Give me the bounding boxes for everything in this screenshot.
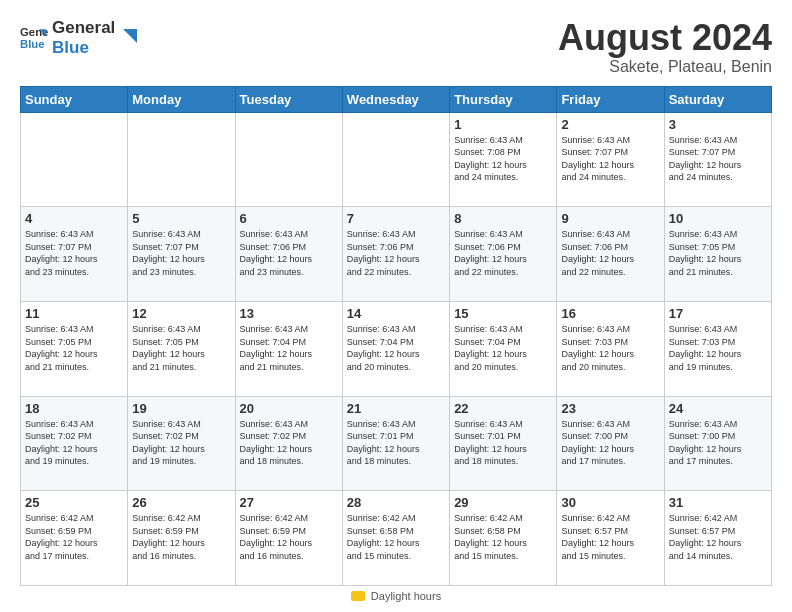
calendar-cell: 14Sunrise: 6:43 AM Sunset: 7:04 PM Dayli… xyxy=(342,301,449,396)
logo-line2: Blue xyxy=(52,38,115,58)
calendar-cell: 3Sunrise: 6:43 AM Sunset: 7:07 PM Daylig… xyxy=(664,112,771,207)
day-number: 8 xyxy=(454,211,552,226)
calendar-week-row: 4Sunrise: 6:43 AM Sunset: 7:07 PM Daylig… xyxy=(21,207,772,302)
day-number: 20 xyxy=(240,401,338,416)
day-info: Sunrise: 6:43 AM Sunset: 7:07 PM Dayligh… xyxy=(25,228,123,278)
calendar-cell: 1Sunrise: 6:43 AM Sunset: 7:08 PM Daylig… xyxy=(450,112,557,207)
calendar-week-row: 11Sunrise: 6:43 AM Sunset: 7:05 PM Dayli… xyxy=(21,301,772,396)
main-title: August 2024 xyxy=(558,18,772,58)
day-info: Sunrise: 6:43 AM Sunset: 7:07 PM Dayligh… xyxy=(561,134,659,184)
calendar-cell xyxy=(21,112,128,207)
day-info: Sunrise: 6:43 AM Sunset: 7:05 PM Dayligh… xyxy=(132,323,230,373)
calendar-cell: 11Sunrise: 6:43 AM Sunset: 7:05 PM Dayli… xyxy=(21,301,128,396)
calendar-week-row: 18Sunrise: 6:43 AM Sunset: 7:02 PM Dayli… xyxy=(21,396,772,491)
calendar-table: SundayMondayTuesdayWednesdayThursdayFrid… xyxy=(20,86,772,586)
day-number: 18 xyxy=(25,401,123,416)
day-number: 15 xyxy=(454,306,552,321)
day-info: Sunrise: 6:43 AM Sunset: 7:06 PM Dayligh… xyxy=(240,228,338,278)
weekday-header-friday: Friday xyxy=(557,86,664,112)
calendar-cell: 18Sunrise: 6:43 AM Sunset: 7:02 PM Dayli… xyxy=(21,396,128,491)
day-number: 17 xyxy=(669,306,767,321)
day-info: Sunrise: 6:43 AM Sunset: 7:05 PM Dayligh… xyxy=(25,323,123,373)
weekday-header-thursday: Thursday xyxy=(450,86,557,112)
day-info: Sunrise: 6:43 AM Sunset: 7:02 PM Dayligh… xyxy=(25,418,123,468)
day-number: 24 xyxy=(669,401,767,416)
day-info: Sunrise: 6:43 AM Sunset: 7:07 PM Dayligh… xyxy=(132,228,230,278)
calendar-cell: 25Sunrise: 6:42 AM Sunset: 6:59 PM Dayli… xyxy=(21,491,128,586)
day-number: 29 xyxy=(454,495,552,510)
weekday-header-row: SundayMondayTuesdayWednesdayThursdayFrid… xyxy=(21,86,772,112)
calendar-cell: 12Sunrise: 6:43 AM Sunset: 7:05 PM Dayli… xyxy=(128,301,235,396)
subtitle: Sakete, Plateau, Benin xyxy=(558,58,772,76)
day-number: 25 xyxy=(25,495,123,510)
day-info: Sunrise: 6:42 AM Sunset: 6:57 PM Dayligh… xyxy=(561,512,659,562)
calendar-cell xyxy=(128,112,235,207)
logo-icon: General Blue xyxy=(20,24,48,52)
day-info: Sunrise: 6:43 AM Sunset: 7:03 PM Dayligh… xyxy=(669,323,767,373)
day-info: Sunrise: 6:43 AM Sunset: 7:00 PM Dayligh… xyxy=(561,418,659,468)
day-number: 6 xyxy=(240,211,338,226)
day-number: 26 xyxy=(132,495,230,510)
day-info: Sunrise: 6:43 AM Sunset: 7:05 PM Dayligh… xyxy=(669,228,767,278)
weekday-header-tuesday: Tuesday xyxy=(235,86,342,112)
calendar-cell: 23Sunrise: 6:43 AM Sunset: 7:00 PM Dayli… xyxy=(557,396,664,491)
calendar-cell: 13Sunrise: 6:43 AM Sunset: 7:04 PM Dayli… xyxy=(235,301,342,396)
calendar-cell: 19Sunrise: 6:43 AM Sunset: 7:02 PM Dayli… xyxy=(128,396,235,491)
svg-text:Blue: Blue xyxy=(20,37,45,49)
day-number: 19 xyxy=(132,401,230,416)
svg-marker-3 xyxy=(123,29,137,43)
weekday-header-monday: Monday xyxy=(128,86,235,112)
calendar-cell: 10Sunrise: 6:43 AM Sunset: 7:05 PM Dayli… xyxy=(664,207,771,302)
day-info: Sunrise: 6:43 AM Sunset: 7:01 PM Dayligh… xyxy=(454,418,552,468)
calendar-week-row: 1Sunrise: 6:43 AM Sunset: 7:08 PM Daylig… xyxy=(21,112,772,207)
calendar-cell: 21Sunrise: 6:43 AM Sunset: 7:01 PM Dayli… xyxy=(342,396,449,491)
weekday-header-wednesday: Wednesday xyxy=(342,86,449,112)
day-info: Sunrise: 6:43 AM Sunset: 7:04 PM Dayligh… xyxy=(347,323,445,373)
calendar-cell: 4Sunrise: 6:43 AM Sunset: 7:07 PM Daylig… xyxy=(21,207,128,302)
day-info: Sunrise: 6:43 AM Sunset: 7:02 PM Dayligh… xyxy=(240,418,338,468)
calendar-cell: 22Sunrise: 6:43 AM Sunset: 7:01 PM Dayli… xyxy=(450,396,557,491)
day-info: Sunrise: 6:43 AM Sunset: 7:06 PM Dayligh… xyxy=(347,228,445,278)
day-number: 14 xyxy=(347,306,445,321)
day-number: 5 xyxy=(132,211,230,226)
calendar-cell: 29Sunrise: 6:42 AM Sunset: 6:58 PM Dayli… xyxy=(450,491,557,586)
calendar-cell: 6Sunrise: 6:43 AM Sunset: 7:06 PM Daylig… xyxy=(235,207,342,302)
calendar-week-row: 25Sunrise: 6:42 AM Sunset: 6:59 PM Dayli… xyxy=(21,491,772,586)
calendar-cell: 7Sunrise: 6:43 AM Sunset: 7:06 PM Daylig… xyxy=(342,207,449,302)
day-number: 7 xyxy=(347,211,445,226)
day-info: Sunrise: 6:43 AM Sunset: 7:01 PM Dayligh… xyxy=(347,418,445,468)
day-number: 10 xyxy=(669,211,767,226)
calendar-cell: 16Sunrise: 6:43 AM Sunset: 7:03 PM Dayli… xyxy=(557,301,664,396)
calendar-cell: 28Sunrise: 6:42 AM Sunset: 6:58 PM Dayli… xyxy=(342,491,449,586)
day-info: Sunrise: 6:43 AM Sunset: 7:04 PM Dayligh… xyxy=(240,323,338,373)
day-number: 21 xyxy=(347,401,445,416)
calendar-cell: 9Sunrise: 6:43 AM Sunset: 7:06 PM Daylig… xyxy=(557,207,664,302)
day-info: Sunrise: 6:42 AM Sunset: 6:57 PM Dayligh… xyxy=(669,512,767,562)
calendar-cell: 31Sunrise: 6:42 AM Sunset: 6:57 PM Dayli… xyxy=(664,491,771,586)
day-number: 22 xyxy=(454,401,552,416)
logo: General Blue General Blue xyxy=(20,18,137,57)
calendar-cell: 15Sunrise: 6:43 AM Sunset: 7:04 PM Dayli… xyxy=(450,301,557,396)
day-info: Sunrise: 6:43 AM Sunset: 7:00 PM Dayligh… xyxy=(669,418,767,468)
day-number: 4 xyxy=(25,211,123,226)
day-number: 11 xyxy=(25,306,123,321)
day-info: Sunrise: 6:43 AM Sunset: 7:06 PM Dayligh… xyxy=(561,228,659,278)
calendar-cell: 2Sunrise: 6:43 AM Sunset: 7:07 PM Daylig… xyxy=(557,112,664,207)
day-info: Sunrise: 6:43 AM Sunset: 7:08 PM Dayligh… xyxy=(454,134,552,184)
day-number: 3 xyxy=(669,117,767,132)
day-number: 28 xyxy=(347,495,445,510)
calendar-cell: 8Sunrise: 6:43 AM Sunset: 7:06 PM Daylig… xyxy=(450,207,557,302)
day-info: Sunrise: 6:43 AM Sunset: 7:04 PM Dayligh… xyxy=(454,323,552,373)
calendar-cell: 27Sunrise: 6:42 AM Sunset: 6:59 PM Dayli… xyxy=(235,491,342,586)
footer: Daylight hours xyxy=(20,586,772,602)
day-info: Sunrise: 6:42 AM Sunset: 6:59 PM Dayligh… xyxy=(240,512,338,562)
day-number: 27 xyxy=(240,495,338,510)
arrow-icon xyxy=(119,29,137,47)
day-number: 30 xyxy=(561,495,659,510)
day-number: 23 xyxy=(561,401,659,416)
calendar-cell: 30Sunrise: 6:42 AM Sunset: 6:57 PM Dayli… xyxy=(557,491,664,586)
day-info: Sunrise: 6:42 AM Sunset: 6:58 PM Dayligh… xyxy=(347,512,445,562)
day-info: Sunrise: 6:42 AM Sunset: 6:59 PM Dayligh… xyxy=(132,512,230,562)
day-number: 13 xyxy=(240,306,338,321)
day-number: 9 xyxy=(561,211,659,226)
